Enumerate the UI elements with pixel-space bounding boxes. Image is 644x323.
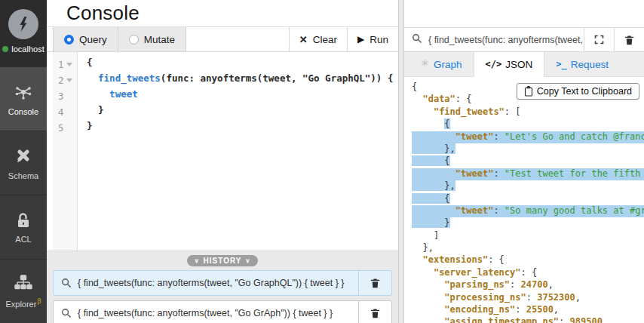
copy-to-clipboard-button[interactable]: Copy Text to Clipboard [517, 83, 639, 100]
json-output[interactable]: { "data": { "find_tweets": [ { "tweet": … [412, 82, 644, 323]
clipboard-icon [524, 86, 533, 97]
delete-history-button[interactable] [358, 301, 391, 323]
json-line: "parsing_ns": 24700, [412, 279, 644, 291]
tab-request[interactable]: >_ Request [544, 52, 620, 76]
action-button-group: ✕ Clear ▶ Run [289, 27, 398, 51]
result-tabs: Graph </> JSON >_ Request [404, 52, 644, 77]
json-token [412, 304, 444, 315]
mutate-mode-button[interactable]: Mutate [118, 27, 186, 51]
code-token: tweet [109, 88, 138, 100]
query-editor[interactable]: 12345 { find_tweets(func: anyofterms(twe… [53, 52, 398, 251]
json-token: , [575, 292, 581, 303]
history-query-text: { find_tweets(func: anyofterms(tweet, "G… [78, 278, 358, 288]
json-token: "So many good talks at #grapho [504, 205, 644, 216]
json-token: : [493, 131, 504, 142]
query-toolbar: Query Mutate ✕ Clear ▶ Run [47, 26, 398, 52]
json-token [412, 292, 444, 303]
json-token: "Let's Go and catch @francesc [504, 131, 644, 142]
search-icon [412, 33, 422, 47]
clear-button[interactable]: ✕ Clear [290, 27, 347, 51]
connection-status[interactable]: localhost [2, 45, 44, 54]
history-item[interactable]: { find_tweets(func: anyofterms(tweet, "G… [53, 270, 392, 296]
dgraph-logo-icon[interactable] [8, 9, 38, 39]
host-label: localhost [11, 45, 44, 54]
json-token: : [510, 279, 520, 290]
json-token: 25500 [526, 304, 554, 315]
json-token: 3752300 [537, 292, 575, 303]
json-token: "find_tweets" [434, 106, 504, 117]
code-line: } [87, 120, 398, 136]
line-number: 5 [53, 120, 77, 136]
json-token [412, 118, 444, 129]
json-token: { [444, 118, 449, 129]
panel-resize-handle[interactable] [398, 0, 404, 323]
line-number-text: 4 [58, 106, 64, 118]
tab-graph[interactable]: Graph [409, 52, 474, 76]
json-line: { [412, 155, 644, 168]
json-token: "tweet" [455, 131, 494, 142]
chevron-down-icon: ∨ [245, 257, 250, 264]
clear-x-icon: ✕ [299, 34, 308, 45]
line-number-text: 5 [58, 122, 64, 134]
json-line: "find_tweets": [ [412, 106, 644, 118]
tab-json[interactable]: </> JSON [474, 52, 545, 77]
json-token: "server_latency" [434, 267, 521, 278]
beta-badge: β [37, 297, 41, 305]
sidebar-item-schema[interactable]: Schema [0, 131, 47, 195]
json-token: 989500 [570, 316, 603, 323]
code-token [87, 88, 109, 100]
code-token: find_tweets [98, 72, 161, 84]
json-token: : { [521, 267, 538, 278]
sidebar-item-console[interactable]: Console [0, 66, 47, 131]
json-token [412, 316, 444, 323]
terminal-icon: >_ [556, 59, 566, 69]
json-token [412, 254, 422, 265]
code-token: } [87, 104, 104, 115]
json-token: : [ [504, 106, 521, 117]
line-number: 1 [53, 57, 77, 72]
editor-code[interactable]: { find_tweets(func: anyofterms(tweet, "G… [78, 52, 398, 251]
delete-history-button[interactable] [358, 271, 391, 295]
query-mode-button[interactable]: Query [54, 27, 118, 51]
json-line: "extensions": { [412, 254, 644, 266]
history-list: { find_tweets(func: anyofterms(tweet, "G… [53, 270, 392, 323]
code-icon: </> [486, 59, 502, 69]
fullscreen-icon [593, 34, 605, 45]
graph-network-icon [14, 82, 33, 102]
run-button[interactable]: ▶ Run [347, 27, 398, 51]
json-token: "tweet" [455, 168, 494, 179]
fold-arrow-icon[interactable] [66, 78, 72, 82]
chevron-down-icon: ∨ [195, 257, 200, 264]
code-line: } [87, 104, 398, 120]
fold-arrow-icon[interactable] [66, 63, 72, 66]
json-token: "encoding_ns" [444, 304, 515, 315]
json-token: : [515, 304, 526, 315]
toolbar-spacer [186, 27, 289, 51]
json-token: }, [412, 180, 455, 191]
copy-button-label: Copy Text to Clipboard [537, 86, 632, 97]
json-token: , [548, 279, 554, 290]
editor-gutter: 12345 [53, 52, 78, 251]
search-icon [54, 308, 78, 318]
line-number-text: 2 [58, 75, 64, 86]
sidebar-item-acl[interactable]: ACL [0, 195, 47, 259]
json-token: }, [412, 143, 455, 154]
json-line: } [412, 217, 644, 229]
json-line: "tweet": "So many good talks at #grapho [412, 205, 644, 217]
page-header: Console [47, 0, 398, 26]
json-token [412, 106, 434, 117]
clear-button-label: Clear [313, 34, 337, 45]
json-line: "tweet": "Test tweet for the fifth epis [412, 168, 644, 180]
sidebar-item-label: Schema [8, 171, 38, 180]
history-toggle-button[interactable]: ∨ HISTORY ∨ [187, 255, 259, 266]
mutate-mode-label: Mutate [144, 34, 175, 45]
sidebar-item-explorer[interactable]: Explorerβ [0, 259, 47, 323]
expand-button[interactable] [584, 28, 614, 51]
delete-result-button[interactable] [614, 28, 644, 51]
json-token: "processing_ns" [444, 292, 526, 303]
json-token: : { [455, 94, 472, 104]
result-query-input[interactable]: { find_tweets(func: anyofterms(tweet, "G… [404, 28, 584, 51]
json-response-view: { "data": { "find_tweets": [ { "tweet": … [404, 77, 644, 323]
history-item[interactable]: { find_tweets(func: anyofterms(tweet, "G… [53, 300, 392, 323]
radio-unchecked-icon [129, 35, 139, 45]
